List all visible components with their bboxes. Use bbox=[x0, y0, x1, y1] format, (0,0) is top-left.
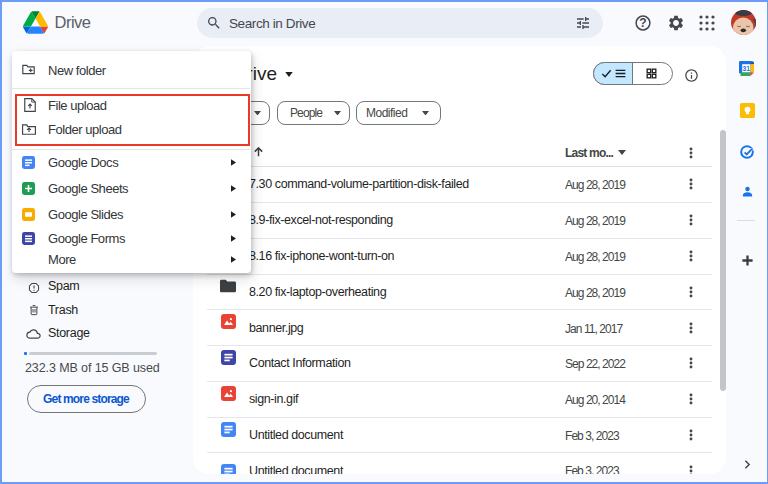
svg-text:31: 31 bbox=[743, 65, 751, 72]
